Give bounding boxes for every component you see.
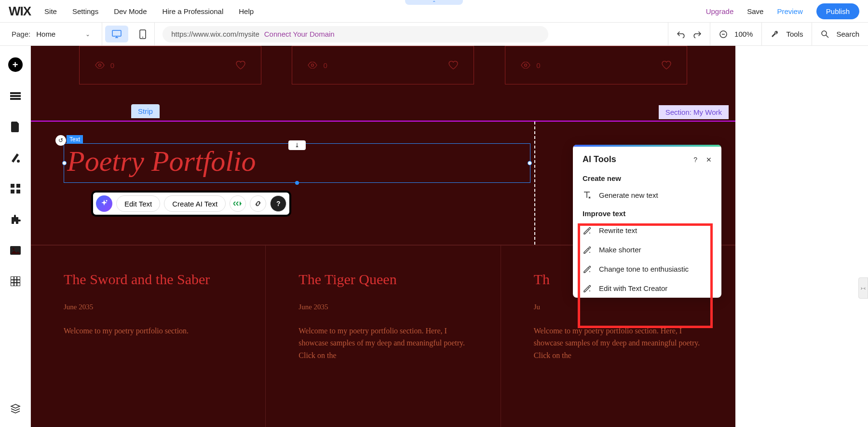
element-toolbar: Edit Text Create AI Text ?	[91, 191, 291, 217]
svg-rect-6	[10, 95, 21, 97]
change-tone-item[interactable]: Change tone to enthusiastic	[573, 259, 721, 278]
popup-help-icon[interactable]: ?	[693, 156, 697, 164]
column-date: June 2035	[64, 303, 232, 311]
column-1[interactable]: The Sword and the Saber June 2035 Welcom…	[31, 246, 266, 427]
undo-icon[interactable]	[677, 30, 686, 39]
svg-point-21	[589, 252, 590, 253]
redo-icon[interactable]	[692, 30, 701, 39]
strip-tab[interactable]: Strip	[131, 104, 160, 118]
media-icon[interactable]	[9, 244, 22, 257]
link-icon	[254, 200, 262, 207]
heart-icon[interactable]	[236, 61, 245, 69]
svg-rect-9	[11, 184, 14, 188]
integrations-icon[interactable]	[9, 213, 22, 226]
upgrade-link[interactable]: Upgrade	[706, 7, 734, 15]
pencil-icon	[583, 226, 591, 234]
question-icon: ?	[276, 200, 281, 207]
preview-button[interactable]: Preview	[777, 7, 802, 15]
svg-rect-5	[10, 92, 21, 94]
animation-button[interactable]	[230, 195, 246, 212]
menu-site[interactable]: Site	[44, 7, 57, 15]
item-label: Generate new text	[599, 191, 658, 199]
post-card[interactable]: 0	[505, 46, 687, 84]
view-count: 0	[323, 61, 327, 69]
rewrite-text-item[interactable]: Rewrite text	[573, 220, 721, 240]
close-icon[interactable]: ✕	[706, 156, 712, 164]
column-2[interactable]: The Tiger Queen June 2035 Welcome to my …	[266, 246, 501, 427]
anchor-button[interactable]: ⤓	[288, 140, 306, 150]
svg-point-22	[589, 271, 590, 272]
menu-hire[interactable]: Hire a Professional	[163, 7, 224, 15]
column-date: June 2035	[298, 303, 467, 311]
pages-icon[interactable]	[9, 120, 22, 134]
help-button[interactable]: ?	[270, 195, 286, 212]
post-card[interactable]: 0	[79, 46, 261, 84]
design-icon[interactable]	[9, 151, 22, 165]
edit-text-button[interactable]: Edit Text	[116, 195, 160, 212]
chevron-down-icon: ⌄	[85, 31, 90, 38]
make-shorter-item[interactable]: Make shorter	[573, 240, 721, 259]
sparkle-icon	[100, 199, 108, 208]
column-body: Welcome to my poetry portfolio section. …	[298, 325, 467, 362]
wrench-icon	[771, 30, 779, 39]
mobile-view-button[interactable]	[131, 23, 154, 45]
save-button[interactable]: Save	[747, 7, 763, 15]
tools-group[interactable]: Tools	[761, 23, 812, 45]
zoom-value: 100%	[734, 30, 753, 38]
connect-domain-link[interactable]: Connect Your Domain	[264, 30, 335, 38]
generate-new-text-item[interactable]: Generate new text	[573, 185, 721, 205]
heart-icon[interactable]	[448, 61, 458, 69]
pencil-icon	[583, 264, 591, 273]
svg-point-8	[17, 160, 20, 163]
zoom-out-icon[interactable]	[719, 30, 728, 39]
publish-button[interactable]: Publish	[816, 3, 859, 19]
column-date: Ju	[534, 303, 703, 311]
canvas-area: ›·‹ 0 0 0 Strip Section: My Work ↺ Text	[31, 46, 868, 427]
cms-icon[interactable]	[9, 275, 22, 288]
eye-icon	[308, 62, 317, 69]
edit-with-text-creator-item[interactable]: Edit with Text Creator	[573, 278, 721, 298]
secondbar-right: 100% Tools Search	[668, 23, 868, 45]
view-count: 0	[536, 61, 540, 69]
eye-icon	[521, 62, 530, 69]
resize-handle-bottom[interactable]	[295, 181, 299, 185]
menu-help[interactable]: Help	[239, 7, 254, 15]
column-body: Welcome to my poetry portfolio section.	[64, 325, 232, 337]
create-ai-text-button[interactable]: Create AI Text	[164, 195, 226, 212]
svg-point-16	[98, 64, 101, 67]
pencil-icon	[583, 245, 591, 254]
eye-icon	[95, 62, 105, 69]
post-card[interactable]: 0	[292, 46, 474, 84]
add-element-button[interactable]: +	[8, 57, 23, 72]
section-tab[interactable]: Section: My Work	[659, 105, 729, 119]
undo-redo-group	[668, 23, 710, 45]
text-type-badge: Text	[67, 135, 83, 144]
desktop-view-button[interactable]	[105, 26, 128, 42]
sections-icon[interactable]	[9, 89, 22, 103]
revert-badge[interactable]: ↺	[55, 135, 66, 146]
wix-logo[interactable]: WIX	[9, 4, 31, 19]
menu-dev-mode[interactable]: Dev Mode	[114, 7, 147, 15]
svg-point-2	[142, 37, 143, 38]
heart-icon[interactable]	[662, 61, 671, 69]
svg-rect-11	[11, 190, 14, 193]
url-bar[interactable]: https://www.wix.com/mysite Connect Your …	[163, 26, 548, 42]
svg-point-4	[822, 31, 827, 36]
svg-rect-10	[16, 184, 20, 188]
apps-icon[interactable]	[9, 182, 22, 195]
zoom-group[interactable]: 100%	[710, 23, 761, 45]
mobile-icon	[139, 29, 146, 39]
top-expand-tab[interactable]: ⌃	[405, 0, 463, 5]
layers-icon[interactable]	[9, 402, 22, 415]
search-group[interactable]: Search	[812, 23, 868, 45]
ai-sparkle-button[interactable]	[96, 195, 112, 212]
selected-text-element[interactable]: ↺ Text ⤓ Poetry Portfolio	[64, 143, 530, 183]
page-name: Home	[36, 30, 55, 38]
link-button[interactable]	[250, 195, 266, 212]
page-selector[interactable]: Page: Home ⌄	[0, 23, 102, 45]
improve-text-header: Improve text	[573, 205, 721, 220]
popup-title: AI Tools	[583, 154, 616, 165]
menu-settings[interactable]: Settings	[72, 7, 98, 15]
expand-handle[interactable]: ›·‹	[858, 277, 868, 299]
device-toggle	[102, 23, 155, 45]
